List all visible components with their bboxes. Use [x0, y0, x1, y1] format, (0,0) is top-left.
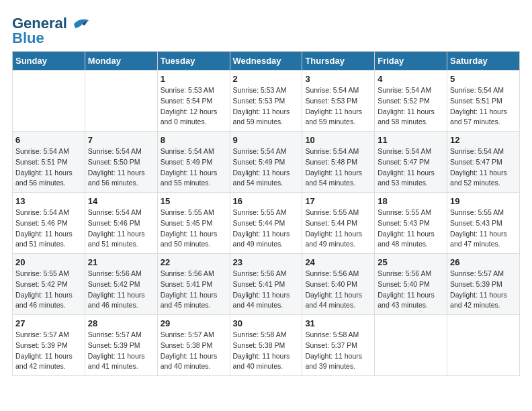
week-row-2: 6Sunrise: 5:54 AMSunset: 5:51 PMDaylight… [13, 132, 520, 193]
day-cell: 21Sunrise: 5:56 AMSunset: 5:42 PMDayligh… [85, 254, 157, 315]
week-row-1: 1Sunrise: 5:53 AMSunset: 5:54 PMDaylight… [13, 71, 520, 132]
day-detail: Sunrise: 5:55 AMSunset: 5:44 PMDaylight:… [233, 208, 300, 250]
day-number: 1 [161, 74, 227, 84]
day-detail: Sunrise: 5:55 AMSunset: 5:44 PMDaylight:… [305, 208, 371, 250]
day-number: 12 [450, 135, 517, 145]
day-detail: Sunrise: 5:56 AMSunset: 5:42 PMDaylight:… [88, 269, 154, 311]
day-number: 2 [233, 74, 300, 84]
day-number: 10 [305, 135, 371, 145]
day-detail: Sunrise: 5:54 AMSunset: 5:51 PMDaylight:… [15, 146, 82, 189]
day-cell [13, 71, 85, 132]
day-detail: Sunrise: 5:55 AMSunset: 5:45 PMDaylight:… [161, 208, 227, 250]
week-row-4: 20Sunrise: 5:55 AMSunset: 5:42 PMDayligh… [13, 254, 520, 315]
day-detail: Sunrise: 5:56 AMSunset: 5:41 PMDaylight:… [161, 269, 227, 311]
day-cell: 27Sunrise: 5:57 AMSunset: 5:39 PMDayligh… [13, 315, 85, 376]
day-detail: Sunrise: 5:56 AMSunset: 5:40 PMDaylight:… [378, 269, 444, 311]
day-cell: 3Sunrise: 5:54 AMSunset: 5:53 PMDaylight… [302, 71, 375, 132]
column-header-sunday: Sunday [13, 52, 85, 71]
day-number: 31 [305, 318, 371, 328]
day-number: 21 [88, 257, 154, 267]
day-detail: Sunrise: 5:54 AMSunset: 5:51 PMDaylight:… [450, 85, 517, 128]
day-number: 7 [88, 135, 154, 145]
day-cell: 23Sunrise: 5:56 AMSunset: 5:41 PMDayligh… [230, 254, 302, 315]
column-header-friday: Friday [375, 52, 447, 71]
day-cell [85, 71, 157, 132]
day-detail: Sunrise: 5:57 AMSunset: 5:39 PMDaylight:… [15, 330, 82, 372]
day-cell: 26Sunrise: 5:57 AMSunset: 5:39 PMDayligh… [447, 254, 520, 315]
day-number: 16 [233, 196, 300, 206]
day-number: 29 [161, 318, 227, 328]
day-cell: 11Sunrise: 5:54 AMSunset: 5:47 PMDayligh… [375, 132, 447, 193]
column-header-wednesday: Wednesday [230, 52, 302, 71]
day-cell: 7Sunrise: 5:54 AMSunset: 5:50 PMDaylight… [85, 132, 157, 193]
day-cell: 8Sunrise: 5:54 AMSunset: 5:49 PMDaylight… [157, 132, 230, 193]
day-cell: 24Sunrise: 5:56 AMSunset: 5:40 PMDayligh… [302, 254, 375, 315]
day-cell: 28Sunrise: 5:57 AMSunset: 5:39 PMDayligh… [85, 315, 157, 376]
day-number: 28 [88, 318, 154, 328]
day-number: 9 [233, 135, 300, 145]
day-cell: 2Sunrise: 5:53 AMSunset: 5:53 PMDaylight… [230, 71, 302, 132]
day-number: 19 [450, 196, 517, 206]
day-cell: 30Sunrise: 5:58 AMSunset: 5:38 PMDayligh… [230, 315, 302, 376]
day-detail: Sunrise: 5:55 AMSunset: 5:43 PMDaylight:… [378, 208, 444, 250]
day-detail: Sunrise: 5:56 AMSunset: 5:40 PMDaylight:… [305, 269, 371, 311]
day-detail: Sunrise: 5:53 AMSunset: 5:54 PMDaylight:… [161, 85, 227, 128]
day-detail: Sunrise: 5:58 AMSunset: 5:37 PMDaylight:… [305, 330, 371, 372]
header-row: General Blue [12, 12, 520, 47]
day-detail: Sunrise: 5:55 AMSunset: 5:42 PMDaylight:… [15, 269, 82, 311]
day-detail: Sunrise: 5:54 AMSunset: 5:50 PMDaylight:… [88, 146, 154, 189]
column-header-thursday: Thursday [302, 52, 375, 71]
day-cell: 16Sunrise: 5:55 AMSunset: 5:44 PMDayligh… [230, 193, 302, 254]
day-number: 18 [378, 196, 444, 206]
day-number: 11 [378, 135, 444, 145]
week-row-5: 27Sunrise: 5:57 AMSunset: 5:39 PMDayligh… [13, 315, 520, 376]
logo-blue-text: Blue [12, 30, 44, 47]
logo-bird-icon [69, 17, 90, 31]
day-cell: 14Sunrise: 5:54 AMSunset: 5:46 PMDayligh… [85, 193, 157, 254]
column-header-tuesday: Tuesday [157, 52, 230, 71]
day-number: 20 [15, 257, 82, 267]
day-detail: Sunrise: 5:56 AMSunset: 5:41 PMDaylight:… [233, 269, 300, 311]
day-cell: 17Sunrise: 5:55 AMSunset: 5:44 PMDayligh… [302, 193, 375, 254]
calendar-header-row: SundayMondayTuesdayWednesdayThursdayFrid… [13, 52, 520, 71]
day-number: 6 [15, 135, 82, 145]
day-cell: 1Sunrise: 5:53 AMSunset: 5:54 PMDaylight… [157, 71, 230, 132]
day-cell: 10Sunrise: 5:54 AMSunset: 5:48 PMDayligh… [302, 132, 375, 193]
calendar-table: SundayMondayTuesdayWednesdayThursdayFrid… [12, 51, 520, 376]
day-cell: 18Sunrise: 5:55 AMSunset: 5:43 PMDayligh… [375, 193, 447, 254]
logo: General Blue [12, 15, 90, 47]
day-cell: 12Sunrise: 5:54 AMSunset: 5:47 PMDayligh… [447, 132, 520, 193]
day-cell: 29Sunrise: 5:57 AMSunset: 5:38 PMDayligh… [157, 315, 230, 376]
day-number: 22 [161, 257, 227, 267]
day-cell [375, 315, 447, 376]
day-cell: 20Sunrise: 5:55 AMSunset: 5:42 PMDayligh… [13, 254, 85, 315]
day-cell: 22Sunrise: 5:56 AMSunset: 5:41 PMDayligh… [157, 254, 230, 315]
day-number: 8 [161, 135, 227, 145]
day-detail: Sunrise: 5:54 AMSunset: 5:47 PMDaylight:… [450, 146, 517, 189]
day-detail: Sunrise: 5:54 AMSunset: 5:47 PMDaylight:… [378, 146, 444, 189]
day-cell: 13Sunrise: 5:54 AMSunset: 5:46 PMDayligh… [13, 193, 85, 254]
day-cell: 9Sunrise: 5:54 AMSunset: 5:49 PMDaylight… [230, 132, 302, 193]
day-detail: Sunrise: 5:57 AMSunset: 5:39 PMDaylight:… [450, 269, 517, 311]
day-detail: Sunrise: 5:57 AMSunset: 5:39 PMDaylight:… [88, 330, 154, 372]
day-detail: Sunrise: 5:54 AMSunset: 5:53 PMDaylight:… [305, 85, 371, 128]
main-container: General Blue SundayMondayTuesdayWednesda… [0, 0, 532, 384]
day-number: 26 [450, 257, 517, 267]
day-detail: Sunrise: 5:57 AMSunset: 5:38 PMDaylight:… [161, 330, 227, 372]
day-number: 14 [88, 196, 154, 206]
day-number: 27 [15, 318, 82, 328]
day-detail: Sunrise: 5:54 AMSunset: 5:52 PMDaylight:… [378, 85, 444, 128]
day-number: 17 [305, 196, 371, 206]
day-number: 15 [161, 196, 227, 206]
day-detail: Sunrise: 5:54 AMSunset: 5:46 PMDaylight:… [15, 208, 82, 250]
column-header-saturday: Saturday [447, 52, 520, 71]
week-row-3: 13Sunrise: 5:54 AMSunset: 5:46 PMDayligh… [13, 193, 520, 254]
day-cell: 25Sunrise: 5:56 AMSunset: 5:40 PMDayligh… [375, 254, 447, 315]
day-cell [447, 315, 520, 376]
day-cell: 15Sunrise: 5:55 AMSunset: 5:45 PMDayligh… [157, 193, 230, 254]
column-header-monday: Monday [85, 52, 157, 71]
day-number: 5 [450, 74, 517, 84]
day-number: 3 [305, 74, 371, 84]
day-number: 13 [15, 196, 82, 206]
day-number: 24 [305, 257, 371, 267]
